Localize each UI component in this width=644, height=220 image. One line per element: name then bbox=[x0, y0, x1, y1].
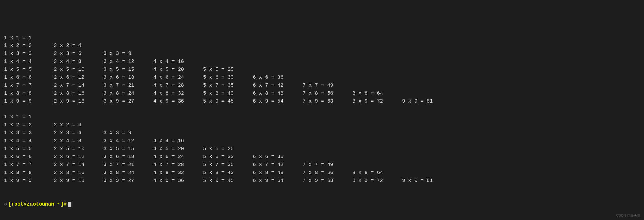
mult-cell: 7 x 8 = 56 bbox=[303, 90, 352, 97]
blank-line bbox=[4, 105, 640, 113]
mult-cell: 4 x 8 = 32 bbox=[153, 169, 203, 177]
output-line: 1 x 6 = 62 x 6 = 123 x 6 = 184 x 6 = 245… bbox=[4, 153, 640, 161]
mult-cell: 8 x 9 = 72 bbox=[352, 177, 402, 185]
output-line: 1 x 7 = 72 x 7 = 143 x 7 = 214 x 7 = 285… bbox=[4, 82, 640, 90]
shell-prompt[interactable]: ○ [root@zaotounan ~]# bbox=[4, 200, 640, 208]
mult-cell: 3 x 4 = 12 bbox=[103, 137, 153, 145]
mult-cell: 1 x 8 = 8 bbox=[4, 90, 54, 97]
mult-cell: 5 x 7 = 35 bbox=[203, 161, 253, 169]
mult-cell: 9 x 9 = 81 bbox=[402, 97, 452, 105]
prompt-path: ~ bbox=[57, 200, 61, 208]
prompt-arrow-icon: ○ bbox=[4, 200, 7, 208]
prompt-user-host: [root@zaotounan bbox=[8, 200, 57, 208]
output-line: 1 x 1 = 1 bbox=[4, 34, 640, 42]
output-line: 1 x 9 = 92 x 9 = 183 x 9 = 274 x 9 = 365… bbox=[4, 97, 640, 105]
mult-cell: 2 x 2 = 4 bbox=[54, 42, 103, 50]
output-line: 1 x 5 = 52 x 5 = 103 x 5 = 154 x 5 = 205… bbox=[4, 145, 640, 153]
mult-cell: 1 x 9 = 9 bbox=[4, 97, 54, 105]
mult-cell: 8 x 9 = 72 bbox=[352, 97, 402, 105]
mult-cell: 5 x 8 = 40 bbox=[203, 169, 253, 177]
watermark: CSDN @蓬头男 bbox=[616, 213, 641, 218]
mult-cell: 6 x 8 = 48 bbox=[253, 169, 303, 177]
mult-cell: 7 x 9 = 63 bbox=[303, 177, 352, 185]
mult-cell: 6 x 9 = 54 bbox=[253, 97, 303, 105]
mult-cell: 2 x 3 = 6 bbox=[54, 129, 103, 137]
mult-cell: 2 x 7 = 14 bbox=[54, 82, 103, 90]
mult-cell: 6 x 8 = 48 bbox=[253, 90, 303, 97]
mult-cell: 3 x 7 = 21 bbox=[103, 82, 153, 90]
mult-cell: 3 x 7 = 21 bbox=[103, 161, 153, 169]
mult-cell: 4 x 7 = 28 bbox=[153, 161, 203, 169]
mult-cell: 1 x 3 = 3 bbox=[4, 129, 54, 137]
mult-cell: 2 x 4 = 8 bbox=[54, 58, 103, 66]
mult-cell: 1 x 6 = 6 bbox=[4, 74, 54, 82]
mult-cell: 2 x 4 = 8 bbox=[54, 137, 103, 145]
mult-cell: 5 x 6 = 30 bbox=[203, 74, 253, 82]
mult-cell: 6 x 6 = 36 bbox=[253, 153, 303, 161]
mult-cell: 2 x 8 = 16 bbox=[54, 90, 103, 97]
mult-cell: 1 x 2 = 2 bbox=[4, 42, 54, 50]
mult-cell: 3 x 8 = 24 bbox=[103, 90, 153, 97]
output-line: 1 x 2 = 22 x 2 = 4 bbox=[4, 121, 640, 129]
output-line: 1 x 8 = 82 x 8 = 163 x 8 = 244 x 8 = 325… bbox=[4, 90, 640, 97]
mult-cell: 1 x 5 = 5 bbox=[4, 66, 54, 74]
output-line: 1 x 2 = 22 x 2 = 4 bbox=[4, 42, 640, 50]
mult-cell: 5 x 9 = 45 bbox=[203, 177, 253, 185]
mult-cell: 3 x 3 = 9 bbox=[103, 50, 153, 58]
mult-cell: 3 x 8 = 24 bbox=[103, 169, 153, 177]
mult-cell: 2 x 7 = 14 bbox=[54, 161, 103, 169]
mult-cell: 5 x 6 = 30 bbox=[203, 153, 253, 161]
mult-cell: 3 x 3 = 9 bbox=[103, 129, 153, 137]
mult-cell: 9 x 9 = 81 bbox=[402, 177, 452, 185]
mult-cell: 4 x 8 = 32 bbox=[153, 90, 203, 97]
output-line: 1 x 1 = 1 bbox=[4, 113, 640, 121]
mult-cell: 1 x 5 = 5 bbox=[4, 145, 54, 153]
mult-cell: 6 x 7 = 42 bbox=[253, 82, 303, 90]
mult-cell: 7 x 7 = 49 bbox=[303, 82, 352, 90]
mult-cell: 2 x 9 = 18 bbox=[54, 97, 103, 105]
output-line: 1 x 4 = 42 x 4 = 83 x 4 = 124 x 4 = 16 bbox=[4, 137, 640, 145]
mult-cell: 3 x 5 = 15 bbox=[103, 145, 153, 153]
mult-cell: 7 x 7 = 49 bbox=[303, 161, 352, 169]
mult-cell: 7 x 8 = 56 bbox=[303, 169, 352, 177]
mult-cell: 8 x 8 = 64 bbox=[352, 169, 402, 177]
mult-cell: 1 x 6 = 6 bbox=[4, 153, 54, 161]
mult-cell: 3 x 4 = 12 bbox=[103, 58, 153, 66]
mult-cell: 1 x 3 = 3 bbox=[4, 50, 54, 58]
mult-cell: 6 x 9 = 54 bbox=[253, 177, 303, 185]
mult-cell: 2 x 6 = 12 bbox=[54, 153, 103, 161]
mult-cell: 4 x 6 = 24 bbox=[153, 74, 203, 82]
mult-cell: 4 x 6 = 24 bbox=[153, 153, 203, 161]
output-line: 1 x 9 = 92 x 9 = 183 x 9 = 274 x 9 = 365… bbox=[4, 177, 640, 185]
mult-cell: 5 x 8 = 40 bbox=[203, 90, 253, 97]
mult-cell: 4 x 4 = 16 bbox=[153, 58, 203, 66]
cursor-icon bbox=[68, 202, 71, 207]
mult-cell: 2 x 6 = 12 bbox=[54, 74, 103, 82]
mult-cell: 2 x 2 = 4 bbox=[54, 121, 103, 129]
output-line: 1 x 6 = 62 x 6 = 123 x 6 = 184 x 6 = 245… bbox=[4, 74, 640, 82]
mult-cell: 1 x 1 = 1 bbox=[4, 34, 54, 42]
mult-cell: 3 x 5 = 15 bbox=[103, 66, 153, 74]
mult-cell: 2 x 9 = 18 bbox=[54, 177, 103, 185]
output-line: 1 x 3 = 32 x 3 = 63 x 3 = 9 bbox=[4, 129, 640, 137]
mult-cell: 1 x 9 = 9 bbox=[4, 177, 54, 185]
mult-cell: 5 x 7 = 35 bbox=[203, 82, 253, 90]
mult-cell: 1 x 4 = 4 bbox=[4, 137, 54, 145]
mult-cell: 3 x 9 = 27 bbox=[103, 97, 153, 105]
mult-cell: 2 x 5 = 10 bbox=[54, 145, 103, 153]
output-line: 1 x 3 = 32 x 3 = 63 x 3 = 9 bbox=[4, 50, 640, 58]
output-line: 1 x 8 = 82 x 8 = 163 x 8 = 244 x 8 = 325… bbox=[4, 169, 640, 177]
output-line: 1 x 4 = 42 x 4 = 83 x 4 = 124 x 4 = 16 bbox=[4, 58, 640, 66]
mult-cell: 4 x 4 = 16 bbox=[153, 137, 203, 145]
mult-cell: 4 x 5 = 20 bbox=[153, 145, 203, 153]
output-line: 1 x 5 = 52 x 5 = 103 x 5 = 154 x 5 = 205… bbox=[4, 66, 640, 74]
mult-cell: 2 x 8 = 16 bbox=[54, 169, 103, 177]
mult-cell: 4 x 9 = 36 bbox=[153, 97, 203, 105]
mult-cell: 4 x 7 = 28 bbox=[153, 82, 203, 90]
mult-cell: 2 x 5 = 10 bbox=[54, 66, 103, 74]
mult-cell: 7 x 9 = 63 bbox=[303, 97, 352, 105]
mult-cell: 3 x 9 = 27 bbox=[103, 177, 153, 185]
mult-cell: 3 x 6 = 18 bbox=[103, 153, 153, 161]
prompt-end: ]# bbox=[60, 200, 67, 208]
mult-cell: 1 x 1 = 1 bbox=[4, 113, 54, 121]
